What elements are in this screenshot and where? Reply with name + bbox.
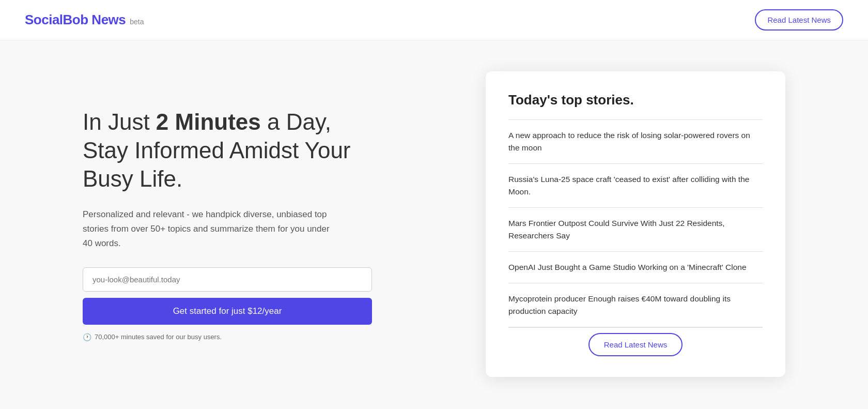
news-item-text-2: Russia's Luna-25 space craft 'ceased to … [508,175,749,196]
news-item-text-3: Mars Frontier Outpost Could Survive With… [508,219,725,240]
logo-area: SocialBob News beta [25,12,144,28]
hero-headline: In Just 2 Minutes a Day, Stay Informed A… [83,108,372,193]
news-item-1: A new approach to reduce the risk of los… [508,120,763,164]
news-item-5: Mycoprotein producer Enough raises €40M … [508,283,763,327]
headline-bold: 2 Minutes [156,109,261,134]
card-cta-area: Read Latest News [508,328,763,356]
read-latest-news-button-card[interactable]: Read Latest News [588,333,683,356]
cta-button[interactable]: Get started for just $12/year [83,298,372,325]
header: SocialBob News beta Read Latest News [0,0,868,40]
news-item-2: Russia's Luna-25 space craft 'ceased to … [508,164,763,208]
main-content: In Just 2 Minutes a Day, Stay Informed A… [0,40,868,408]
news-item-text-4: OpenAI Just Bought a Game Studio Working… [508,263,747,271]
news-item-text-5: Mycoprotein producer Enough raises €40M … [508,294,731,315]
news-item-4: OpenAI Just Bought a Game Studio Working… [508,252,763,283]
hero-left-column: In Just 2 Minutes a Day, Stay Informed A… [83,108,372,341]
hero-subtext: Personalized and relevant - we handpick … [83,207,331,251]
social-proof-text: 70,000+ minutes saved for our busy users… [95,333,222,341]
social-proof: 🕐 70,000+ minutes saved for our busy use… [83,333,372,341]
logo-text: SocialBob News [25,12,126,28]
news-card-column: Today's top stories. A new approach to r… [486,71,785,377]
news-card: Today's top stories. A new approach to r… [486,71,785,377]
read-latest-news-button-header[interactable]: Read Latest News [755,9,843,31]
beta-badge: beta [130,18,144,26]
news-item-text-1: A new approach to reduce the risk of los… [508,131,750,152]
headline-part1: In Just [83,109,156,134]
clock-icon: 🕐 [83,333,91,341]
card-title: Today's top stories. [508,92,763,108]
email-input[interactable] [83,267,372,292]
news-item-3: Mars Frontier Outpost Could Survive With… [508,208,763,252]
